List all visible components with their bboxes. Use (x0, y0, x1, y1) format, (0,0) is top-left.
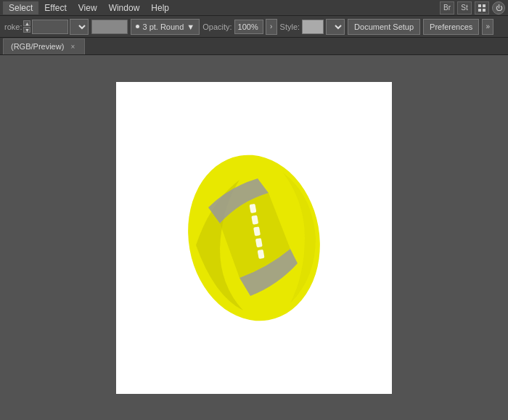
pt-round-button[interactable]: 3 pt. Round ▼ (131, 19, 200, 35)
stroke-label: roke: (4, 22, 22, 31)
stock-icon-btn[interactable]: St (457, 1, 472, 15)
stroke-dropdown[interactable] (70, 19, 89, 35)
grid-icon-btn[interactable] (475, 1, 489, 15)
svg-rect-1 (483, 4, 486, 7)
toolbar: roke: ▲ ▼ 3 pt. Round ▼ Opacity: › Style… (0, 16, 508, 38)
tab-close-button[interactable]: × (68, 42, 77, 51)
style-dropdown[interactable] (326, 19, 345, 35)
opacity-arrow[interactable]: › (266, 19, 277, 35)
menu-right-icons: Br St ⏻ (440, 1, 505, 15)
dot-icon (136, 25, 139, 28)
menu-effect[interactable]: Effect (38, 1, 72, 15)
document-canvas[interactable] (116, 82, 392, 394)
rugby-ball-illustration (171, 144, 337, 332)
tab-label: (RGB/Preview) (11, 42, 64, 51)
svg-rect-2 (478, 9, 481, 12)
pt-round-chevron: ▼ (187, 22, 194, 31)
doc-setup-button[interactable]: Document Setup (348, 19, 420, 35)
menu-help[interactable]: Help (145, 1, 175, 15)
pt-round-label: 3 pt. Round (142, 22, 184, 31)
opacity-label: Opacity: (202, 22, 232, 31)
menu-window[interactable]: Window (103, 1, 146, 15)
stroke-group: roke: ▲ ▼ (4, 19, 89, 35)
power-icon-btn[interactable]: ⏻ (492, 1, 505, 15)
menu-select[interactable]: Select (3, 1, 38, 15)
style-group: Style: (280, 19, 345, 35)
tab-bar: (RGB/Preview) × (0, 38, 508, 55)
svg-rect-0 (478, 4, 481, 7)
stroke-input[interactable] (32, 20, 68, 34)
opacity-group: Opacity: › (202, 19, 276, 35)
stroke-down[interactable]: ▼ (23, 27, 30, 33)
canvas-area: 软件自学网 WWW.RJZXW.COM (0, 55, 508, 420)
svg-rect-3 (483, 9, 486, 12)
preferences-button[interactable]: Preferences (423, 19, 479, 35)
document-tab[interactable]: (RGB/Preview) × (3, 38, 85, 54)
bridge-icon-btn[interactable]: Br (440, 1, 454, 15)
opacity-input[interactable] (234, 20, 263, 34)
style-swatch[interactable] (302, 20, 324, 34)
style-label: Style: (280, 22, 300, 31)
stroke-spinners[interactable]: ▲ ▼ (23, 20, 30, 33)
toolbar-arrow[interactable]: » (482, 19, 493, 35)
stroke-up[interactable]: ▲ (23, 20, 30, 26)
color-swatch[interactable] (91, 20, 128, 34)
menu-bar: Select Effect View Window Help Br St ⏻ (0, 0, 508, 16)
menu-view[interactable]: View (73, 1, 103, 15)
